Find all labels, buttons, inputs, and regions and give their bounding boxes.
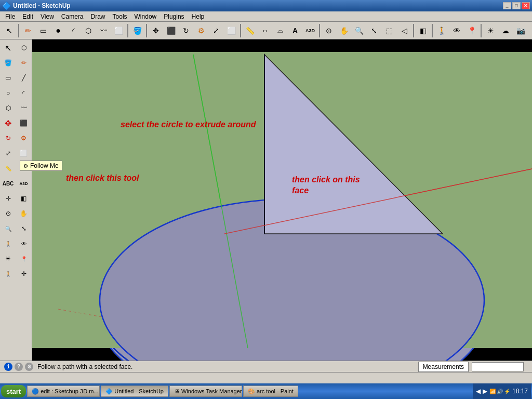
settings-icon: ⚙ bbox=[25, 363, 33, 371]
toolbar-offset[interactable]: ⬜ bbox=[224, 23, 238, 38]
taskbar-item-sketchup-3d[interactable]: 🔵 edit : Sketchup 3D m... bbox=[27, 385, 100, 397]
left-arc[interactable]: ◜ bbox=[17, 86, 31, 100]
left-compass[interactable]: ✛ bbox=[17, 267, 31, 281]
left-tool-group-1: ↖ ⬡ bbox=[1, 41, 31, 55]
left-walk[interactable]: 🚶 bbox=[1, 236, 16, 251]
left-circle[interactable]: ○ bbox=[1, 86, 16, 100]
toolbar-arc[interactable]: ◜ bbox=[66, 23, 81, 38]
left-person[interactable]: 🚶 bbox=[1, 267, 16, 281]
menu-window[interactable]: Window bbox=[131, 12, 160, 21]
left-tool-group-2: 🪣 ✏ bbox=[1, 56, 31, 70]
toolbar-follow-me[interactable]: ⚙ bbox=[194, 23, 208, 38]
left-tape[interactable]: 📏 bbox=[1, 161, 16, 176]
toolbar-zoom-extents[interactable]: ⤡ bbox=[367, 23, 381, 38]
left-axes[interactable]: ✛ bbox=[1, 191, 16, 206]
taskbar-item-paint[interactable]: 🎨 arc tool - Paint bbox=[243, 385, 298, 397]
start-button[interactable]: start bbox=[1, 385, 26, 397]
toolbar-text[interactable]: A bbox=[288, 23, 302, 38]
toolbar-eraser[interactable]: ⬜ bbox=[111, 23, 126, 38]
toolbar-walk[interactable]: 🚶 bbox=[434, 23, 449, 38]
left-rectangle[interactable]: ▭ bbox=[1, 71, 16, 85]
annotation-select-circle: select the circle to extrude around bbox=[121, 120, 256, 129]
toolbar-section[interactable]: ◧ bbox=[416, 23, 430, 38]
menu-camera[interactable]: Camera bbox=[58, 12, 87, 21]
toolbar-prev-view[interactable]: ◁ bbox=[397, 23, 411, 38]
toolbar-match-photo[interactable]: 📷 bbox=[513, 23, 528, 38]
left-zoom[interactable]: 🔍 bbox=[1, 221, 16, 236]
toolbar-position-camera[interactable]: 📍 bbox=[464, 23, 479, 38]
toolbar-rotate[interactable]: ↻ bbox=[179, 23, 193, 38]
measurements-input[interactable] bbox=[472, 362, 524, 371]
left-eraser[interactable]: ✏ bbox=[17, 56, 31, 70]
left-polygon[interactable]: ⬡ bbox=[1, 101, 16, 115]
toolbar-polygon[interactable]: ⬡ bbox=[81, 23, 96, 38]
canvas-area[interactable]: select the circle to extrude around then… bbox=[32, 39, 532, 361]
menu-file[interactable]: File bbox=[2, 12, 18, 21]
left-tool-group-3: ▭ ╱ bbox=[1, 71, 31, 85]
toolbar-paint[interactable]: 🪣 bbox=[130, 23, 144, 38]
left-pan[interactable]: ✋ bbox=[17, 206, 31, 221]
left-3dtext[interactable]: A3D bbox=[17, 176, 31, 191]
left-orbit[interactable]: ⊙ bbox=[1, 206, 16, 221]
left-section[interactable]: ◧ bbox=[17, 191, 31, 206]
left-select[interactable]: ↖ bbox=[1, 41, 16, 55]
toolbar-shadow[interactable]: ☀ bbox=[483, 23, 498, 38]
left-text[interactable]: ABC bbox=[1, 176, 16, 191]
toolbar-zoom-window[interactable]: ⬚ bbox=[382, 23, 396, 38]
left-scale[interactable]: ⤢ bbox=[1, 146, 16, 161]
menu-view[interactable]: View bbox=[37, 12, 57, 21]
toolbar-separator-5 bbox=[319, 24, 320, 37]
menu-help[interactable]: Help bbox=[189, 12, 208, 21]
nav-left-icon[interactable]: ◀ bbox=[476, 388, 481, 395]
left-tool-group-16: 🚶 ✛ bbox=[1, 267, 31, 281]
toolbar-rectangle[interactable]: ▭ bbox=[36, 23, 50, 38]
left-line[interactable]: ╱ bbox=[17, 71, 31, 85]
menu-draw[interactable]: Draw bbox=[88, 12, 109, 21]
toolbar-push-pull[interactable]: ⬛ bbox=[164, 23, 178, 38]
left-components[interactable]: ⬡ bbox=[17, 41, 31, 55]
taskbar-item-untitled[interactable]: 🔷 Untitled - SketchUp bbox=[101, 385, 168, 397]
toolbar-pencil[interactable]: ✏ bbox=[21, 23, 35, 38]
toolbar-freehand[interactable]: 〰 bbox=[96, 23, 111, 38]
left-freehand[interactable]: 〰 bbox=[17, 101, 31, 115]
nav-right-icon[interactable]: ▶ bbox=[483, 388, 487, 395]
left-follow-me-icon[interactable]: ⚙ bbox=[17, 131, 31, 145]
menu-tools[interactable]: Tools bbox=[110, 12, 130, 21]
left-look-around[interactable]: 👁 bbox=[17, 236, 31, 251]
menu-plugins[interactable]: Plugins bbox=[161, 12, 187, 21]
left-rotate[interactable]: ↻ bbox=[1, 131, 16, 145]
minimize-button[interactable]: _ bbox=[503, 2, 511, 9]
toolbar-separator-2 bbox=[127, 24, 128, 37]
left-push-pull[interactable]: ⬛ bbox=[17, 116, 31, 130]
menu-edit[interactable]: Edit bbox=[19, 12, 36, 21]
taskbar-icon-4: 🎨 bbox=[248, 388, 255, 395]
toolbar-fog[interactable]: ☁ bbox=[498, 23, 513, 38]
toolbar-select[interactable]: ↖ bbox=[2, 23, 17, 38]
close-button[interactable]: ✕ bbox=[522, 2, 530, 9]
toolbar-move[interactable]: ✥ bbox=[149, 23, 163, 38]
toolbar-separator-3 bbox=[146, 24, 147, 37]
toolbar-circle[interactable]: ● bbox=[51, 23, 65, 38]
toolbar-dimension[interactable]: ↔ bbox=[258, 23, 272, 38]
left-zoom-extents[interactable]: ⤡ bbox=[17, 221, 31, 236]
toolbar-look-around[interactable]: 👁 bbox=[449, 23, 464, 38]
left-paint[interactable]: 🪣 bbox=[1, 56, 16, 70]
toolbar-tape[interactable]: 📏 bbox=[243, 23, 257, 38]
toolbar-pan[interactable]: ✋ bbox=[337, 23, 351, 38]
toolbar-orbit[interactable]: ⊙ bbox=[322, 23, 336, 38]
maximize-button[interactable]: □ bbox=[512, 2, 521, 9]
app-icon: 🔷 bbox=[2, 2, 11, 10]
left-tool-group-4: ○ ◜ bbox=[1, 86, 31, 100]
tooltip-icon: ⚙ bbox=[23, 163, 28, 169]
toolbar-scale[interactable]: ⤢ bbox=[209, 23, 223, 38]
left-shadow[interactable]: ☀ bbox=[1, 251, 16, 266]
toolbar-zoom[interactable]: 🔍 bbox=[352, 23, 366, 38]
left-tool-group-12: ⊙ ✋ bbox=[1, 206, 31, 221]
toolbar-3dtext[interactable]: A3D bbox=[303, 23, 317, 38]
left-position-camera[interactable]: 📍 bbox=[17, 251, 31, 266]
toolbar-protractor[interactable]: ⌓ bbox=[273, 23, 287, 38]
taskbar-item-task-manager[interactable]: 🖥 Windows Task Manager bbox=[169, 385, 242, 397]
title-bar: 🔷 Untitled - SketchUp _ □ ✕ bbox=[0, 0, 532, 11]
left-move[interactable]: ✥ bbox=[1, 116, 16, 130]
left-offset[interactable]: ⬜ bbox=[17, 146, 31, 161]
